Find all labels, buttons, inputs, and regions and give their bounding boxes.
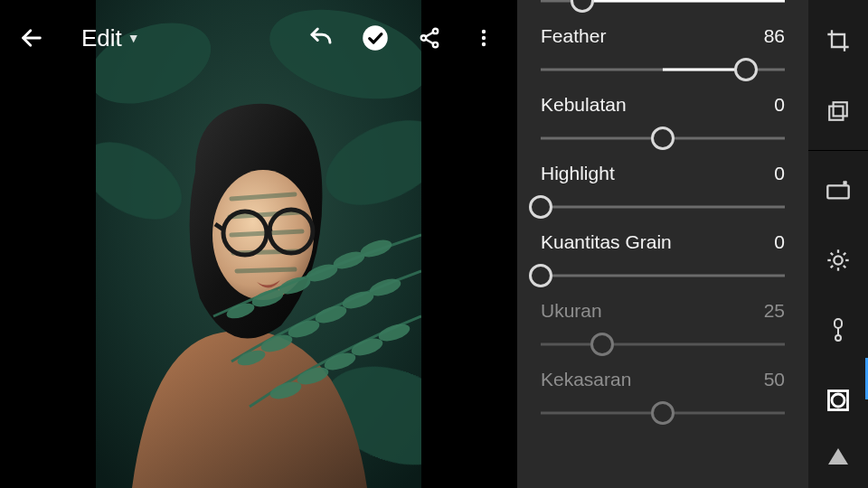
- topbar: Edit ▼: [0, 0, 517, 76]
- light-icon[interactable]: [817, 239, 859, 281]
- slider-roughness: Kekasaran50: [541, 369, 785, 425]
- slider-thumb[interactable]: [734, 58, 758, 81]
- slider-track[interactable]: [541, 401, 785, 425]
- slider-label: Highlight: [541, 163, 615, 184]
- svg-rect-43: [834, 102, 847, 116]
- slider-track[interactable]: [541, 58, 785, 81]
- svg-point-56: [835, 335, 841, 341]
- svg-line-52: [831, 265, 833, 267]
- slider-label: Ukuran: [541, 300, 602, 322]
- slider-label: Kekasaran: [541, 369, 631, 390]
- slider-thumb[interactable]: [529, 195, 552, 219]
- slider-highlight: Highlight0: [541, 163, 785, 219]
- slider-value: 50: [764, 369, 785, 390]
- slider-track[interactable]: [541, 195, 785, 219]
- confirm-button[interactable]: [358, 21, 392, 55]
- svg-point-40: [482, 36, 486, 40]
- overflow-menu-button[interactable]: [467, 21, 501, 55]
- svg-line-37: [426, 33, 433, 37]
- slider-value: 25: [764, 300, 785, 322]
- svg-point-41: [482, 42, 486, 46]
- svg-point-39: [482, 30, 486, 33]
- slider-roundness: Kebulatan0: [541, 94, 785, 150]
- svg-line-11: [237, 269, 295, 271]
- svg-rect-42: [829, 106, 843, 119]
- slider-size: Ukuran25: [541, 300, 785, 356]
- svg-point-33: [363, 25, 388, 51]
- share-button[interactable]: [412, 21, 447, 55]
- slider-thumb[interactable]: [529, 264, 552, 287]
- caret-down-icon: ▼: [127, 31, 140, 45]
- svg-rect-44: [827, 185, 848, 198]
- svg-point-58: [832, 394, 844, 407]
- svg-line-50: [831, 252, 833, 254]
- slider-track[interactable]: [541, 127, 785, 150]
- slider-label: Kuantitas Grain: [541, 231, 672, 253]
- layers-icon[interactable]: [817, 90, 859, 132]
- svg-rect-54: [835, 319, 842, 328]
- slider-top: [541, 0, 785, 13]
- svg-marker-59: [828, 448, 848, 465]
- collapse-rail-button[interactable]: [817, 436, 859, 477]
- slider-thumb[interactable]: [651, 127, 675, 150]
- slider-label: Kebulatan: [541, 94, 627, 116]
- slider-value: 0: [774, 231, 785, 253]
- crop-icon[interactable]: [817, 20, 859, 61]
- back-button[interactable]: [16, 23, 47, 53]
- slider-track[interactable]: [541, 0, 785, 13]
- slider-grain: Kuantitas Grain0: [541, 231, 785, 287]
- slider-value: 0: [774, 163, 785, 184]
- tool-rail: [808, 0, 868, 488]
- undo-button[interactable]: [304, 21, 338, 55]
- color-icon[interactable]: [817, 309, 859, 351]
- slider-value: 86: [764, 25, 785, 47]
- svg-point-45: [834, 256, 842, 264]
- svg-line-38: [426, 39, 433, 43]
- slider-thumb[interactable]: [571, 0, 594, 13]
- slider-track[interactable]: [541, 333, 785, 356]
- mode-dropdown[interactable]: Edit ▼: [81, 24, 140, 52]
- slider-thumb[interactable]: [590, 333, 614, 356]
- slider-thumb[interactable]: [651, 401, 675, 425]
- mode-label: Edit: [81, 24, 122, 52]
- slider-feather: Feather86: [541, 25, 785, 81]
- slider-track[interactable]: [541, 264, 785, 287]
- svg-line-53: [844, 252, 845, 254]
- slider-label: Feather: [541, 25, 606, 47]
- adjustments-panel: Feather86Kebulatan0Highlight0Kuantitas G…: [517, 0, 808, 488]
- slider-value: 0: [774, 94, 785, 116]
- healing-icon[interactable]: [817, 169, 859, 211]
- svg-line-51: [844, 265, 845, 267]
- optics-icon[interactable]: [817, 380, 859, 421]
